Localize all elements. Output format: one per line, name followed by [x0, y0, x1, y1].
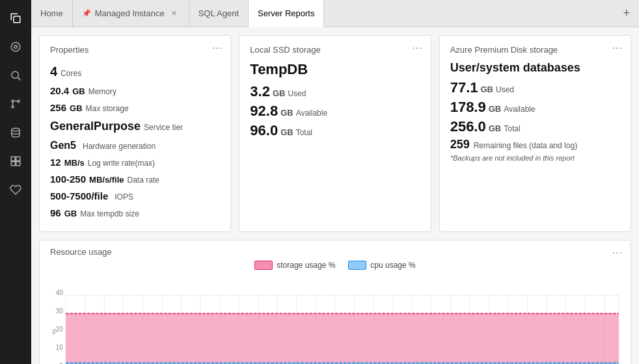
legend-cpu: cpu usage % — [348, 261, 415, 270]
tab-home[interactable]: Home — [31, 0, 73, 27]
branch-icon[interactable] — [3, 91, 29, 117]
memory-label: Memory — [88, 86, 116, 98]
ssd-avail-label: Available — [296, 109, 327, 118]
svg-line-4 — [18, 77, 20, 80]
azure-total-row: 256.0 GB Total — [450, 118, 620, 135]
memory-value: 20.4 — [50, 83, 69, 99]
ssd-total-label: Total — [296, 128, 312, 137]
tab-managed-instance[interactable]: 📌 Managed Instance ✕ — [73, 0, 189, 27]
cpu-swatch — [348, 261, 366, 270]
tab-server-reports-label: Server Reports — [258, 8, 314, 18]
data-rate-value: 100-250 — [50, 172, 86, 187]
max-storage-value: 256 — [50, 100, 66, 116]
svg-point-8 — [12, 128, 20, 131]
svg-point-6 — [12, 106, 14, 108]
ssd-avail-value: 92.8 — [250, 103, 278, 120]
prop-memory: 20.4 GB Memory — [50, 83, 220, 99]
svg-text:%: % — [50, 329, 57, 335]
max-storage-label: Max storage — [86, 103, 129, 115]
svg-rect-10 — [16, 157, 20, 161]
prop-cores: 4 Cores — [50, 61, 220, 82]
database-icon[interactable] — [3, 120, 29, 146]
resource-usage-menu[interactable]: ··· — [612, 247, 623, 259]
local-ssd-menu[interactable]: ··· — [412, 42, 422, 54]
cards-row: Properties ··· 4 Cores 20.4 GB Memory 25… — [39, 35, 631, 232]
ssd-used-value: 3.2 — [250, 83, 270, 100]
service-tier-value: GeneralPurpose — [50, 117, 141, 136]
svg-rect-12 — [16, 162, 20, 166]
properties-menu[interactable]: ··· — [212, 42, 223, 54]
azure-disk-heading: User/system databases — [450, 61, 620, 75]
search-icon[interactable] — [3, 62, 29, 88]
azure-total-unit: GB — [489, 124, 502, 133]
cores-label: Cores — [61, 68, 81, 80]
prop-max-storage: 256 GB Max storage — [50, 100, 220, 116]
legend-cpu-label: cpu usage % — [370, 261, 415, 270]
svg-text:40: 40 — [56, 290, 63, 297]
svg-point-1 — [11, 42, 20, 51]
azure-disk-title: Azure Premium Disk storage — [450, 45, 620, 55]
local-ssd-title: Local SSD storage — [250, 45, 420, 55]
ssd-total-value: 96.0 — [250, 122, 278, 139]
chart-container: 0 10 20 30 40 % — [50, 274, 620, 364]
azure-avail-label: Available — [504, 105, 535, 114]
azure-total-value: 256.0 — [450, 118, 486, 135]
legend-storage: storage usage % — [254, 261, 335, 270]
svg-text:30: 30 — [56, 308, 63, 315]
copy-icon[interactable] — [3, 5, 29, 31]
service-tier-label: Service tier — [144, 122, 183, 134]
data-rate-label: Data rate — [128, 174, 159, 187]
ssd-total-row: 96.0 GB Total — [250, 122, 420, 139]
tab-sql-agent[interactable]: SQL Agent — [189, 0, 249, 27]
svg-rect-0 — [14, 16, 20, 23]
tab-server-reports[interactable]: Server Reports — [249, 0, 324, 27]
cores-value: 4 — [50, 61, 57, 82]
prop-log-write: 12 MB/s Log write rate(max) — [50, 155, 220, 170]
azure-total-label: Total — [504, 124, 520, 133]
tab-managed-instance-label: Managed Instance — [95, 8, 165, 18]
tempdb-value: 96 — [50, 205, 61, 221]
dashboard-icon[interactable] — [3, 34, 29, 60]
prop-iops: 500-7500/file IOPS — [50, 188, 220, 204]
tempdb-unit: GB — [64, 207, 77, 221]
resource-usage-chart: 0 10 20 30 40 % — [50, 274, 620, 364]
local-ssd-card: Local SSD storage ··· TempDB 3.2 GB Used… — [239, 35, 431, 232]
svg-point-5 — [12, 100, 14, 102]
log-write-unit: MB/s — [64, 157, 85, 170]
azure-used-label: Used — [496, 85, 514, 94]
ssd-avail-unit: GB — [280, 108, 293, 118]
prop-hw-gen: Gen5 Hardware generation — [50, 137, 220, 154]
memory-unit: GB — [72, 85, 85, 99]
prop-data-rate: 100-250 MB/s/file Data rate — [50, 172, 220, 187]
azure-files-value: 259 — [450, 138, 470, 151]
azure-files-label: Remaining files (data and log) — [474, 141, 577, 150]
data-rate-unit: MB/s/file — [89, 174, 124, 187]
health-icon[interactable] — [3, 177, 29, 203]
max-storage-unit: GB — [70, 102, 83, 116]
tab-managed-instance-close[interactable]: ✕ — [169, 8, 180, 19]
svg-rect-9 — [11, 157, 15, 161]
azure-used-row: 77.1 GB Used — [450, 79, 620, 96]
hw-gen-value: Gen5 — [50, 137, 76, 154]
ssd-total-unit: GB — [280, 127, 293, 137]
grid-icon[interactable] — [3, 148, 29, 174]
tempdb-label: Max tempdb size — [80, 208, 139, 220]
azure-avail-unit: GB — [489, 104, 502, 114]
azure-used-unit: GB — [480, 84, 493, 94]
azure-avail-row: 178.9 GB Available — [450, 99, 620, 116]
ssd-used-row: 3.2 GB Used — [250, 83, 420, 100]
azure-disk-card: Azure Premium Disk storage ··· User/syst… — [439, 35, 631, 232]
content-area: Properties ··· 4 Cores 20.4 GB Memory 25… — [31, 27, 639, 364]
log-write-label: Log write rate(max) — [88, 157, 155, 170]
svg-point-2 — [14, 46, 18, 49]
azure-disk-menu[interactable]: ··· — [612, 42, 623, 54]
svg-point-3 — [12, 72, 19, 79]
storage-swatch — [254, 261, 273, 270]
azure-note: *Backups are not included in this report — [450, 154, 620, 162]
properties-title: Properties — [50, 45, 220, 55]
pin-icon: 📌 — [82, 9, 91, 18]
iops-label: IOPS — [115, 191, 133, 203]
svg-rect-54 — [66, 314, 619, 364]
properties-card: Properties ··· 4 Cores 20.4 GB Memory 25… — [39, 35, 231, 232]
tab-add-button[interactable]: + — [614, 0, 639, 27]
